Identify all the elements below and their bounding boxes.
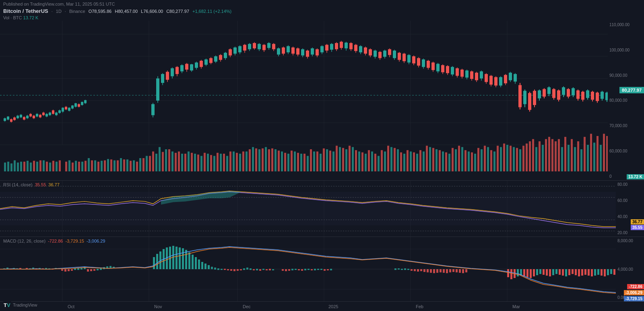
svg-rect-29 [88, 158, 90, 171]
svg-rect-342 [364, 47, 367, 54]
svg-rect-596 [565, 269, 567, 276]
svg-rect-51 [233, 152, 235, 172]
time-label-2025: 2025 [328, 304, 338, 309]
svg-rect-354 [393, 51, 396, 58]
svg-rect-304 [272, 44, 275, 49]
svg-rect-45 [194, 154, 196, 171]
time-label-nov: Nov [154, 304, 162, 309]
svg-rect-360 [407, 55, 411, 63]
svg-rect-550 [317, 269, 319, 270]
svg-rect-488 [74, 268, 76, 270]
svg-rect-165 [407, 150, 409, 171]
svg-rect-85 [455, 149, 457, 171]
svg-rect-68 [345, 149, 347, 171]
svg-rect-608 [604, 269, 606, 276]
svg-rect-119 [117, 161, 119, 172]
svg-rect-63 [313, 152, 315, 172]
svg-rect-25 [56, 162, 58, 171]
svg-rect-518 [208, 265, 210, 269]
svg-rect-604 [591, 269, 593, 276]
svg-rect-230 [49, 113, 51, 115]
open-label: O78,595.86 [89, 9, 112, 14]
svg-rect-290 [238, 46, 242, 52]
svg-rect-39 [155, 154, 157, 171]
svg-rect-438 [596, 93, 599, 101]
symbol-separator: · [52, 9, 53, 14]
svg-rect-106 [33, 161, 35, 171]
time-label-dec: Dec [243, 304, 251, 309]
svg-rect-222 [36, 114, 38, 117]
svg-rect-161 [381, 150, 383, 171]
svg-rect-418 [547, 87, 551, 94]
svg-rect-348 [378, 52, 382, 58]
rsi-svg [0, 181, 616, 237]
macd-badge-orange: -3,006.29 [624, 290, 644, 295]
tradingview-label: TradingView [13, 303, 37, 307]
svg-rect-320 [311, 48, 314, 54]
svg-rect-404 [514, 74, 517, 82]
svg-rect-14 [4, 163, 6, 171]
svg-rect-129 [178, 152, 180, 172]
svg-rect-87 [468, 152, 470, 172]
rsi-level-60: 60.00 [617, 198, 642, 203]
macd-badge-red: -722.86 [627, 284, 644, 289]
svg-rect-280 [214, 56, 217, 62]
svg-rect-193 [564, 137, 566, 171]
svg-rect-372 [436, 64, 440, 72]
svg-rect-374 [441, 65, 444, 72]
svg-rect-248 [78, 104, 80, 107]
svg-rect-607 [601, 269, 603, 276]
svg-rect-56 [265, 147, 267, 172]
svg-rect-603 [588, 269, 590, 276]
svg-rect-188 [545, 139, 547, 171]
tradingview-icon: TV [3, 301, 11, 309]
svg-rect-74 [384, 152, 386, 172]
svg-rect-166 [413, 152, 415, 171]
svg-rect-16 [10, 163, 12, 171]
symbol-name: Bitcoin / TetherUS [3, 8, 48, 14]
svg-rect-178 [490, 150, 492, 171]
svg-rect-531 [250, 268, 252, 270]
svg-rect-566 [430, 269, 432, 273]
svg-rect-244 [71, 105, 74, 109]
price-axis: 110,000.00 100,000.00 90,000.00 80,000.0… [608, 21, 644, 180]
time-label-mar: Mar [512, 304, 520, 309]
macd-indicator-label: MACD (12, 26, close) [3, 239, 45, 243]
tradingview-logo: TV TradingView [3, 301, 37, 309]
svg-rect-567 [433, 269, 435, 273]
svg-rect-187 [539, 141, 541, 171]
svg-rect-350 [383, 51, 386, 57]
svg-rect-574 [456, 269, 458, 272]
svg-rect-258 [161, 74, 164, 83]
svg-rect-332 [340, 42, 343, 48]
rsi-val1: 35.55 [35, 182, 46, 187]
svg-rect-76 [397, 149, 399, 171]
svg-rect-112 [72, 163, 74, 171]
svg-rect-366 [422, 60, 425, 67]
svg-rect-581 [517, 269, 519, 276]
svg-rect-49 [220, 154, 222, 171]
svg-rect-610 [610, 269, 612, 274]
published-text: Published on TradingView.com, Mar 11, 20… [3, 2, 115, 6]
svg-rect-538 [272, 269, 274, 270]
svg-rect-606 [597, 269, 599, 275]
rsi-label-bar: RSI (14, close) 35.55 36.77 [0, 181, 63, 188]
svg-rect-224 [39, 115, 41, 117]
svg-rect-176 [477, 148, 479, 171]
svg-rect-34 [120, 158, 122, 171]
svg-rect-592 [552, 269, 554, 275]
svg-rect-328 [330, 44, 333, 49]
svg-rect-82 [436, 149, 438, 171]
macd-svg [0, 237, 616, 301]
svg-rect-533 [256, 269, 258, 270]
svg-rect-390 [480, 71, 483, 78]
svg-rect-57 [275, 149, 277, 171]
svg-rect-126 [162, 152, 164, 171]
svg-rect-148 [297, 153, 299, 171]
svg-rect-183 [522, 146, 524, 171]
svg-rect-568 [436, 269, 438, 273]
svg-rect-525 [230, 269, 232, 271]
svg-rect-15 [7, 162, 9, 171]
svg-rect-528 [240, 269, 242, 270]
svg-rect-352 [388, 49, 391, 55]
